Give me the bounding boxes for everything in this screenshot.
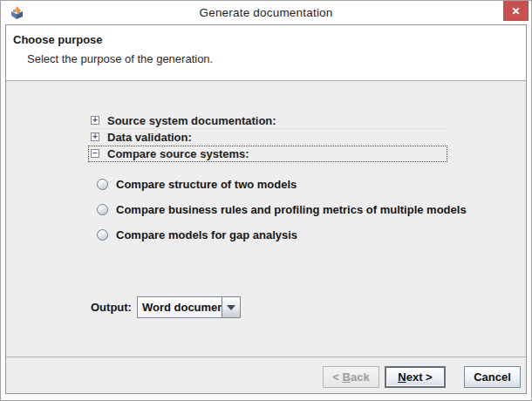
- tree-item-source-system-documentation[interactable]: + Source system documentation:: [88, 112, 447, 129]
- title-bar[interactable]: Generate documentation ✕: [1, 1, 531, 24]
- close-button[interactable]: ✕: [503, 1, 529, 21]
- radio-button-icon[interactable]: [97, 179, 108, 190]
- radio-option-label: Compare structure of two models: [116, 178, 297, 191]
- cancel-button-label: Cancel: [474, 370, 511, 384]
- dropdown-arrow-button[interactable]: [222, 297, 240, 317]
- tree-item-label: Source system documentation:: [107, 114, 276, 127]
- tree-item-label: Compare source systems:: [107, 147, 249, 160]
- page-title: Choose purpose: [13, 33, 526, 46]
- radio-option-compare-gap-analysis[interactable]: Compare models for gap analysis: [97, 227, 467, 243]
- radio-option-compare-structure[interactable]: Compare structure of two models: [97, 176, 467, 193]
- dialog-client-area: Choose purpose Select the purpose of the…: [5, 24, 527, 394]
- next-button-label: Next >: [398, 370, 432, 384]
- purpose-tree: + Source system documentation: + Data va…: [88, 112, 447, 162]
- button-bar-separator: [6, 357, 526, 357]
- radio-button-icon[interactable]: [97, 229, 108, 241]
- output-row: Output: Word document: [91, 296, 241, 318]
- tree-item-data-validation[interactable]: + Data validation:: [88, 129, 447, 146]
- radio-option-label: Compare models for gap analysis: [116, 228, 297, 241]
- back-button-label: < Back: [332, 370, 369, 384]
- radio-option-label: Compare business rules and profiling met…: [116, 203, 467, 216]
- expand-toggle-icon[interactable]: +: [91, 116, 99, 125]
- dialog-window: Generate documentation ✕ Choose purpose …: [0, 0, 532, 401]
- cancel-button[interactable]: Cancel: [464, 366, 521, 388]
- dropdown-selected-value: Word document: [138, 297, 222, 317]
- radio-button-icon[interactable]: [97, 204, 108, 215]
- compare-options-group: Compare structure of two models Compare …: [97, 176, 467, 252]
- close-icon: ✕: [511, 5, 520, 17]
- wizard-header: Choose purpose Select the purpose of the…: [6, 25, 526, 81]
- expand-toggle-icon[interactable]: +: [91, 133, 99, 141]
- tree-item-compare-source-systems[interactable]: − Compare source systems:: [88, 146, 447, 162]
- back-button[interactable]: < Back: [323, 366, 379, 388]
- radio-option-compare-business-rules[interactable]: Compare business rules and profiling met…: [97, 201, 467, 218]
- output-label: Output:: [91, 301, 132, 314]
- window-title: Generate documentation: [1, 1, 531, 24]
- next-button[interactable]: Next >: [385, 366, 446, 388]
- chevron-down-icon: [227, 305, 235, 310]
- page-subtitle: Select the purpose of the generation.: [27, 52, 526, 65]
- output-format-dropdown[interactable]: Word document: [137, 296, 241, 318]
- collapse-toggle-icon[interactable]: −: [91, 149, 99, 158]
- tree-item-label: Data validation:: [107, 131, 192, 144]
